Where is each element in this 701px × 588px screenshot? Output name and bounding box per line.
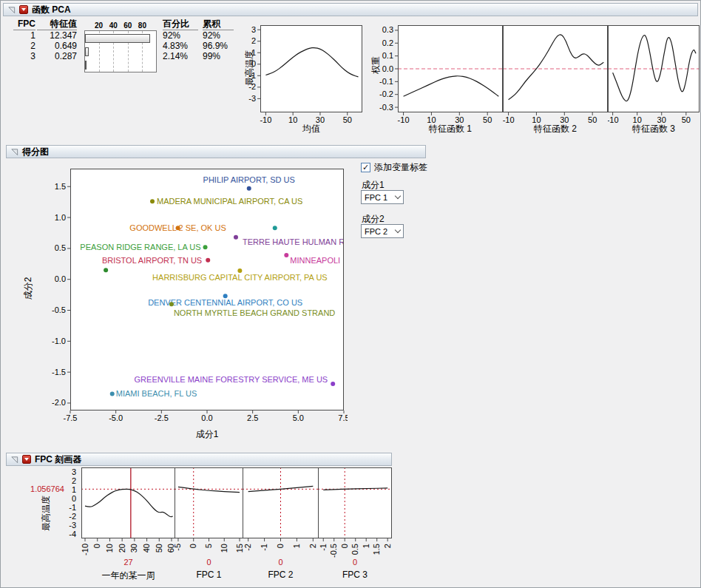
table-cell: 92% (163, 30, 198, 41)
svg-text:1.5: 1.5 (372, 544, 381, 555)
svg-text:-4: -4 (69, 530, 76, 538)
svg-text:-2.0: -2.0 (52, 398, 66, 407)
svg-text:10: 10 (220, 544, 228, 552)
table-column-eigenvalue: 特征值 12.347 0.649 0.287 (37, 18, 77, 61)
red-triangle-menu-icon[interactable] (19, 5, 28, 14)
svg-text:MINNEAPOLI: MINNEAPOLI (290, 256, 340, 265)
profiler-current-value-fpc1[interactable]: 0 (175, 558, 243, 567)
svg-text:2: 2 (308, 544, 317, 548)
eigenfunction-plot-1: -101030500.30.20.10.0-0.1-0.2-0.3 (379, 21, 503, 127)
score-scatter-plot[interactable]: PHILIP AIRPORT, SD USMADERA MUNICIPAL AI… (38, 164, 348, 440)
profiler-xlabel-fpc2: FPC 2 (243, 570, 319, 580)
mean-function-plot: -101030503210-1-2-3 (241, 21, 365, 127)
svg-text:-5: -5 (175, 544, 182, 551)
component1-selected-value: FPC 1 (365, 193, 387, 202)
svg-text:-1.5: -1.5 (52, 368, 66, 376)
svg-text:-1: -1 (69, 503, 76, 512)
col-header-cumulative: 累积 (203, 18, 234, 30)
svg-text:7.5: 7.5 (338, 413, 348, 422)
svg-text:-3: -3 (248, 94, 256, 103)
section-header-score-plot[interactable]: 得分图 (6, 145, 426, 158)
table-cell: 3 (13, 51, 35, 61)
eigenvalue-bar (85, 47, 89, 56)
eigenvalue-bar (85, 34, 150, 43)
svg-text:-2: -2 (248, 82, 256, 91)
table-cell: 96.9% (203, 41, 234, 51)
svg-text:NORTH MYRTLE BEACH GRAND STRAN: NORTH MYRTLE BEACH GRAND STRAND (174, 308, 335, 317)
disclosure-triangle-icon[interactable] (7, 6, 16, 14)
bar-scale-tick: 60 (123, 20, 132, 31)
section-title-fpc-profiler: FPC 刻画器 (35, 453, 81, 466)
profiler-cell-fpc2[interactable]: -2-1012 (243, 464, 319, 567)
svg-text:PEASON RIDGE RANGE, LA US: PEASON RIDGE RANGE, LA US (80, 243, 200, 251)
svg-text:-2: -2 (69, 512, 76, 521)
svg-text:-10: -10 (260, 115, 271, 124)
profiler-y-axis: 3210-1-2-3-4 (62, 464, 78, 541)
svg-text:3: 3 (251, 25, 256, 34)
svg-text:-0.5: -0.5 (329, 544, 338, 558)
profiler-cell-week[interactable]: -100102030405060 (81, 464, 175, 567)
score-plot-xlabel: 成分1 (170, 428, 244, 441)
svg-text:1: 1 (72, 485, 76, 494)
table-column-barchart: 20 40 60 80 (84, 18, 157, 72)
profiler-current-value-fpc3[interactable]: 0 (318, 558, 392, 567)
section-header-pca[interactable]: 函数 PCA (3, 3, 698, 16)
svg-text:-10: -10 (503, 115, 515, 124)
disclosure-triangle-icon[interactable] (10, 456, 18, 464)
table-cell: 99% (203, 51, 234, 61)
svg-text:1: 1 (251, 48, 256, 57)
section-title-pca: 函数 PCA (32, 4, 71, 16)
eigenfunction-plot-3: -10103050 (608, 21, 700, 127)
eigenvalue-table: FPC 1 2 3 特征值 12.347 0.649 0.287 20 40 6… (13, 18, 234, 72)
svg-text:2: 2 (383, 544, 392, 548)
add-labels-control: ✓ 添加变量标签 (361, 161, 427, 174)
profiler-ylabel: 最高温度 (40, 496, 53, 531)
svg-text:2.5: 2.5 (247, 413, 258, 422)
table-cell: 12.347 (37, 30, 77, 41)
svg-text:0.3: 0.3 (382, 25, 393, 34)
svg-text:0: 0 (276, 544, 285, 548)
svg-text:3: 3 (72, 467, 76, 476)
table-cell: 4.83% (163, 41, 198, 51)
eigen-plot-1-xlabel: 特征函数 1 (413, 123, 487, 135)
chevron-down-icon (395, 227, 401, 233)
svg-text:0.5: 0.5 (55, 243, 66, 252)
svg-text:-1.0: -1.0 (52, 337, 66, 345)
svg-text:0.2: 0.2 (382, 38, 393, 47)
svg-text:-1: -1 (319, 544, 328, 551)
table-column-fpc: FPC 1 2 3 (13, 18, 35, 61)
svg-text:0: 0 (251, 59, 256, 68)
svg-text:-10: -10 (81, 544, 89, 555)
bar-scale-header: 20 40 60 80 (84, 18, 157, 30)
svg-text:-2: -2 (243, 544, 252, 551)
bar-scale-tick: 40 (109, 20, 118, 31)
col-header-eigenvalue: 特征值 (37, 18, 77, 30)
chevron-down-icon (395, 193, 401, 199)
disclosure-triangle-icon[interactable] (10, 148, 18, 156)
profiler-current-value-week[interactable]: 27 (81, 558, 175, 567)
score-plot-ylabel: 成分2 (22, 277, 35, 300)
component2-select[interactable]: FPC 2 (361, 224, 404, 238)
add-variable-labels-checkbox[interactable]: ✓ (361, 163, 370, 172)
red-triangle-menu-icon[interactable] (22, 455, 31, 464)
svg-text:0: 0 (72, 494, 76, 503)
svg-text:0: 0 (189, 544, 197, 548)
svg-text:5.0: 5.0 (293, 413, 304, 422)
svg-text:0.0: 0.0 (55, 274, 66, 283)
section-title-score-plot: 得分图 (22, 146, 49, 158)
table-cell: 92% (203, 30, 234, 41)
svg-text:-0.2: -0.2 (379, 89, 393, 98)
profiler-cell-fpc3[interactable]: -1-0.500.511.52 (318, 464, 392, 567)
profiler-current-value-fpc2[interactable]: 0 (243, 558, 319, 567)
profiler-xlabel-fpc3: FPC 3 (318, 570, 392, 580)
component1-select[interactable]: FPC 1 (361, 190, 404, 204)
bar-scale-tick: 80 (138, 20, 146, 31)
svg-text:-3: -3 (69, 521, 76, 530)
eigenvalue-bar (85, 61, 87, 70)
svg-text:-10: -10 (398, 115, 410, 124)
profiler-cell-fpc1[interactable]: -5051015 (175, 464, 243, 567)
eigen-plot-2-xlabel: 特征函数 2 (518, 123, 592, 135)
svg-text:-0.1: -0.1 (379, 77, 393, 86)
svg-text:BRISTOL AIRPORT, TN US: BRISTOL AIRPORT, TN US (102, 256, 202, 265)
svg-text:20: 20 (118, 544, 126, 552)
